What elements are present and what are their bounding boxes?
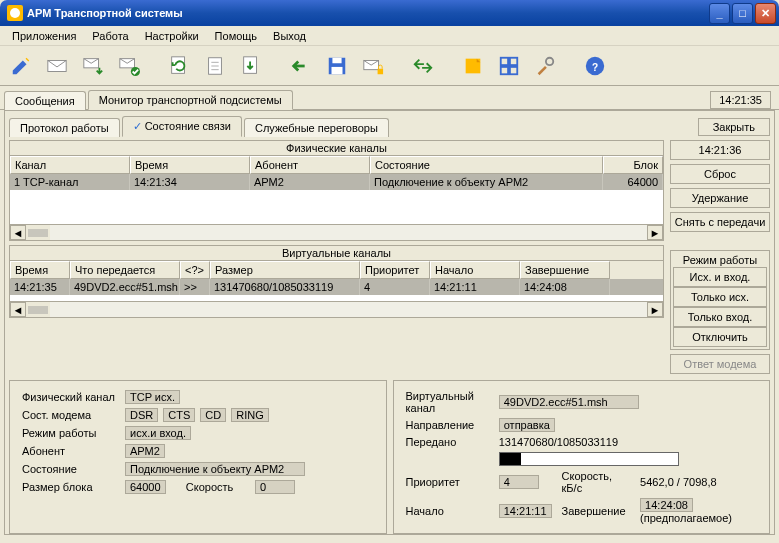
virt-col-dir[interactable]: <?> (180, 261, 210, 279)
grid-icon[interactable] (494, 51, 524, 81)
menu-work[interactable]: Работа (84, 28, 136, 44)
menu-help[interactable]: Помощь (207, 28, 266, 44)
label: Скорость (182, 479, 249, 495)
physical-status-box: Физический каналTCP исх. Сост. модема DS… (9, 380, 387, 534)
close-button[interactable]: ✕ (755, 3, 776, 24)
app-icon (7, 5, 23, 21)
doc-down-icon[interactable] (236, 51, 266, 81)
svg-text:?: ? (592, 61, 598, 72)
maximize-button[interactable]: □ (732, 3, 753, 24)
mode-off-button[interactable]: Отключить (673, 327, 767, 347)
close-panel-button[interactable]: Закрыть (698, 118, 770, 136)
mode-out-button[interactable]: Только исх. (673, 287, 767, 307)
label: Физический канал (18, 389, 119, 405)
scrollbar[interactable]: ◄► (10, 301, 663, 317)
table-row[interactable]: 1 TCP-канал 14:21:34 АРМ2 Подключение к … (10, 174, 663, 190)
physical-channels-group: Физические каналы Канал Время Абонент Со… (9, 140, 664, 241)
label: Состояние (18, 461, 119, 477)
doc-refresh-icon[interactable] (164, 51, 194, 81)
undo-icon[interactable] (286, 51, 316, 81)
label: Завершение (558, 497, 635, 525)
priority-value: 4 (499, 475, 539, 489)
svg-point-20 (546, 57, 553, 64)
block-size-value: 64000 (125, 480, 166, 494)
phys-col-state[interactable]: Состояние (370, 156, 603, 174)
tab-monitor[interactable]: Монитор транспортной подсистемы (88, 90, 293, 110)
header-clock: 14:21:35 (710, 91, 771, 109)
toolbar: ? (0, 46, 779, 86)
start-time-value: 14:21:11 (499, 504, 552, 518)
virt-col-time[interactable]: Время (10, 261, 70, 279)
side-clock: 14:21:36 (670, 140, 770, 160)
mode-in-button[interactable]: Только вход. (673, 307, 767, 327)
state-value: Подключение к объекту АРМ2 (125, 462, 305, 476)
subtab-link-state[interactable]: ✓ Состояние связи (122, 116, 242, 137)
svg-rect-18 (501, 66, 508, 73)
minimize-button[interactable]: _ (709, 3, 730, 24)
mail-lock-icon[interactable] (358, 51, 388, 81)
virt-col-start[interactable]: Начало (430, 261, 520, 279)
help-icon[interactable]: ? (580, 51, 610, 81)
table-row[interactable]: 14:21:35 49DVD2.ecc#51.msh >> 131470680/… (10, 279, 663, 295)
virt-col-what[interactable]: Что передается (70, 261, 180, 279)
label: Направление (402, 417, 493, 433)
svg-rect-16 (501, 57, 508, 64)
mode-both-button[interactable]: Исх. и вход. (673, 267, 767, 287)
main-panel: Протокол работы ✓ Состояние связи Служеб… (4, 110, 775, 535)
virtual-channels-group: Виртуальные каналы Время Что передается … (9, 245, 664, 318)
virt-channel-value: 49DVD2.ecc#51.msh (499, 395, 639, 409)
label: Передано (402, 435, 493, 449)
tools-icon[interactable] (530, 51, 560, 81)
phys-col-block[interactable]: Блок (603, 156, 663, 174)
virtual-status-box: Виртуальный канал49DVD2.ecc#51.msh Напра… (393, 380, 771, 534)
check-icon: ✓ (133, 120, 142, 132)
virt-col-size[interactable]: Размер (210, 261, 360, 279)
title-bar: АРМ Транспортной системы _ □ ✕ (0, 0, 779, 26)
menu-settings[interactable]: Настройки (137, 28, 207, 44)
direction-value: отправка (499, 418, 555, 432)
reset-button[interactable]: Сброс (670, 164, 770, 184)
label: Режим работы (18, 425, 119, 441)
modem-answer-button[interactable]: Ответ модема (670, 354, 770, 374)
save-icon[interactable] (322, 51, 352, 81)
swap-icon[interactable] (408, 51, 438, 81)
mail-check-icon[interactable] (114, 51, 144, 81)
window-title: АРМ Транспортной системы (27, 7, 709, 19)
compose-icon[interactable] (6, 51, 36, 81)
scrollbar[interactable]: ◄► (10, 224, 663, 240)
modem-cd-chip: CD (200, 408, 226, 422)
release-button[interactable]: Снять с передачи (670, 212, 770, 232)
label: Сост. модема (18, 407, 119, 423)
progress-percent: 12% (500, 453, 678, 465)
menu-bar: Приложения Работа Настройки Помощь Выход (0, 26, 779, 46)
speed-kb-value: 5462,0 / 7098,8 (640, 476, 716, 488)
svg-rect-11 (332, 57, 341, 63)
mail-down-icon[interactable] (78, 51, 108, 81)
subtab-protocol[interactable]: Протокол работы (9, 118, 120, 137)
note-icon[interactable] (458, 51, 488, 81)
phys-col-time[interactable]: Время (130, 156, 250, 174)
tab-messages[interactable]: Сообщения (4, 91, 86, 110)
phys-col-abonent[interactable]: Абонент (250, 156, 370, 174)
mode-group: Режим работы Исх. и вход. Только исх. То… (670, 250, 770, 350)
menu-exit[interactable]: Выход (265, 28, 314, 44)
phys-header: Канал Время Абонент Состояние Блок (10, 156, 663, 174)
label: Скорость, кБ/с (558, 469, 635, 495)
label: Абонент (18, 443, 119, 459)
modem-dsr-chip: DSR (125, 408, 158, 422)
main-tabs: Сообщения Монитор транспортной подсистем… (0, 86, 779, 110)
subtab-service[interactable]: Служебные переговоры (244, 118, 389, 137)
virt-col-priority[interactable]: Приоритет (360, 261, 430, 279)
label: Начало (402, 497, 493, 525)
virt-header: Время Что передается <?> Размер Приорите… (10, 261, 663, 279)
virt-col-end[interactable]: Завершение (520, 261, 610, 279)
mode-value: исх.и вход. (125, 426, 191, 440)
menu-apps[interactable]: Приложения (4, 28, 84, 44)
mail-icon[interactable] (42, 51, 72, 81)
doc-icon[interactable] (200, 51, 230, 81)
progress-bar: 12% (499, 452, 679, 466)
virtual-channels-title: Виртуальные каналы (10, 246, 663, 261)
phys-col-channel[interactable]: Канал (10, 156, 130, 174)
hold-button[interactable]: Удержание (670, 188, 770, 208)
label: Приоритет (402, 469, 493, 495)
